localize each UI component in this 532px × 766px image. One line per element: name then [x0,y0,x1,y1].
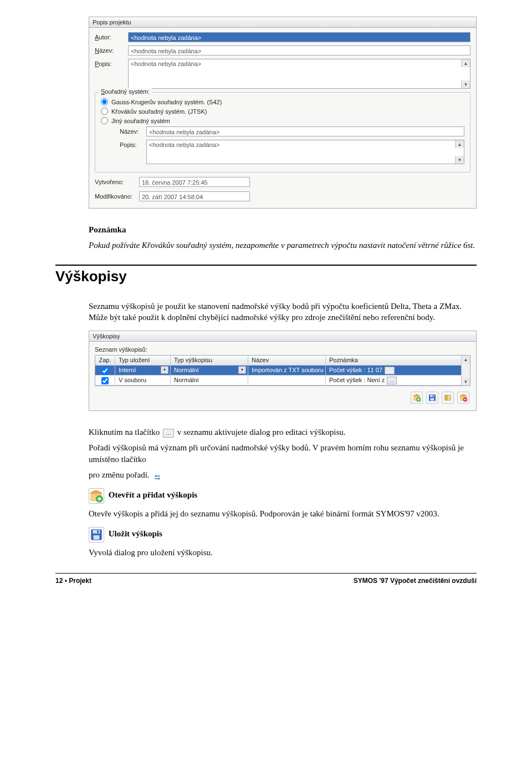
para-3: pro změnu pořadí. [89,469,477,480]
coord-label: Souřadný systém: [99,88,152,95]
coordinate-groupbox: Souřadný systém: Gauss-Krugerův souřadný… [95,92,470,173]
svg-rect-9 [94,535,100,540]
label-author: Autor: [95,32,128,40]
label-subdesc: Popis: [120,140,146,148]
label-desc: Popis: [95,59,128,67]
svg-rect-4 [433,395,434,397]
delete-button[interactable] [457,392,469,404]
label-created: Vytvořeno: [95,179,139,185]
desc-textarea[interactable]: <hodnota nebyla zadána> ▲▼ [128,59,470,89]
panel2-title: Výškopisy [89,331,476,342]
footer-rule [55,573,477,574]
created-field: 18. června 2007 7:25:45 [139,177,250,187]
section-intro: Seznamu výškopisů je použit ke stanovení… [89,301,477,323]
ellipsis-button-icon: … [163,429,174,438]
row-edit-button[interactable]: … [385,367,395,374]
feature-2: Uložit výškopis [89,527,477,542]
col-typ-ulozeni: Typ uložení [115,356,171,366]
vyskopisy-grid[interactable]: Zap. Typ uložení Typ výškopisu Název Poz… [95,355,470,386]
col-typ-vyskopisu: Typ výškopisu [171,356,248,366]
table-row[interactable]: V souboruNormálníPočet výšek : Není z… [95,376,470,385]
para-2: Pořadí výškopisů má význam při určování … [89,442,477,465]
para-1: Kliknutím na tlačítko … v seznamu aktivu… [89,427,477,438]
zap-checkbox[interactable] [101,377,109,384]
section-heading: Výškopisy [55,265,477,285]
author-input[interactable]: <hodnota nebyla zadána> [128,32,470,42]
properties-button[interactable] [442,392,454,404]
svg-rect-8 [93,530,100,534]
open-add-icon [89,488,104,504]
subname-input[interactable]: <hodnota nebyla zadána> [146,126,464,136]
grid-toolbar [89,386,476,410]
radio-jtsk[interactable]: Křovákův souřadný systém. (JTSK) [101,108,464,115]
reorder-icon [153,472,162,479]
subdesc-textarea[interactable]: <hodnota nebyla zadána> ▲▼ [146,140,464,164]
note-body: Pokud požíváte Křovákův souřadný systém,… [89,240,477,251]
label-subname: Název: [120,126,146,135]
save-button[interactable] [426,392,438,404]
svg-rect-3 [431,398,434,401]
footer-left: 12 • Projekt [55,577,91,585]
radio-other[interactable]: Jiný souřadný systém [101,117,464,124]
feature-1-body: Otevře výškopis a přidá jej do seznamu v… [89,508,477,519]
page-footer: 12 • Projekt SYMOS '97 Výpočet znečištěn… [55,577,477,585]
feature-1: Otevřít a přidat výškopis [89,488,477,504]
save-big-icon [89,527,104,542]
project-description-panel: Popis projektu Autor: <hodnota nebyla za… [89,17,477,209]
scrollbar[interactable]: ▲▼ [455,140,464,164]
dropdown-icon[interactable]: ▾ [161,366,168,374]
svg-rect-10 [97,531,99,533]
footer-right: SYMOS '97 Výpočet znečištění ovzduší [354,577,477,585]
row-edit-button[interactable]: … [387,377,397,384]
name-input[interactable]: <hodnota nebyla zadána> [128,45,470,55]
svg-rect-2 [430,395,434,397]
radio-s42[interactable]: Gauss-Krugerův souřadný systém. (S42) [101,98,464,105]
feature-2-body: Vyvolá dialog pro uložení výškopisu. [89,547,477,558]
grid-scrollbar[interactable]: ▲▼ [461,356,470,385]
label-modified: Modifikováno: [95,193,139,200]
panel-title: Popis projektu [89,17,476,28]
vyskopisy-panel: Výškopisy Seznam výškopisů: Zap. Typ ulo… [89,331,477,411]
table-row[interactable]: Interní▾Normální▾Importován z TXT soubor… [95,366,470,376]
col-nazev: Název [248,356,326,366]
grid-header-row: Zap. Typ uložení Typ výškopisu Název Poz… [95,356,470,366]
modified-field: 20. září 2007 14:58:04 [139,191,250,201]
add-button[interactable] [411,392,423,404]
label-name: Název: [95,45,128,54]
list-label: Seznam výškopisů: [89,342,476,355]
scrollbar[interactable]: ▲▼ [461,59,470,88]
col-poznamka: Poznámka [326,356,470,366]
note-heading: Poznámka [89,224,477,235]
zap-checkbox[interactable] [101,367,109,374]
col-zap: Zap. [95,356,115,366]
dropdown-icon[interactable]: ▾ [238,366,246,374]
